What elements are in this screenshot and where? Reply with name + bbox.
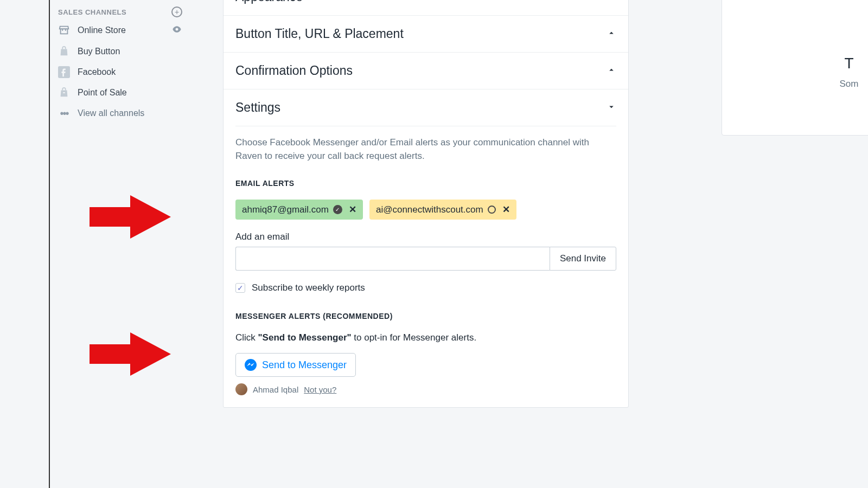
- email-pill-pending: ai@connectwithscout.com ✕: [369, 200, 516, 220]
- send-to-messenger-button[interactable]: Send to Messenger: [235, 353, 356, 377]
- email-pill-verified: ahmiq87@gmail.com ✓ ✕: [235, 200, 363, 220]
- check-icon: ✓: [237, 284, 244, 292]
- accordion-button-title[interactable]: Button Title, URL & Placement: [224, 16, 628, 53]
- accordion-settings: Settings Choose Facebook Messenger and/o…: [224, 89, 628, 407]
- sidebar-item-facebook[interactable]: Facebook: [58, 62, 190, 82]
- facebook-icon: [58, 66, 70, 78]
- accordion-title: Confirmation Options: [235, 63, 353, 78]
- messenger-icon: [245, 359, 257, 371]
- annotation-arrow-1: [90, 195, 171, 239]
- chevron-up-icon: [607, 0, 616, 3]
- chevron-down-icon: [607, 102, 616, 114]
- pill-email: ahmiq87@gmail.com: [242, 204, 329, 215]
- messenger-button-label: Send to Messenger: [262, 359, 347, 371]
- add-channel-icon[interactable]: +: [171, 7, 182, 17]
- accordion-title: Button Title, URL & Placement: [235, 27, 404, 41]
- add-email-row: Send Invite: [235, 247, 616, 271]
- view-all-label: View all channels: [78, 108, 144, 118]
- pos-icon: [58, 87, 70, 99]
- pending-circle-icon: [488, 206, 496, 214]
- sidebar-section-header: SALES CHANNELS +: [58, 4, 190, 20]
- svg-rect-1: [63, 92, 65, 93]
- accordion-appearance[interactable]: Appearance: [224, 0, 628, 16]
- sidebar-item-pos[interactable]: Point of Sale: [58, 82, 190, 103]
- settings-description: Choose Facebook Messenger and/or Email a…: [235, 136, 616, 163]
- side-card-title: T: [735, 55, 868, 72]
- sidebar-item-label: Facebook: [78, 67, 182, 77]
- messenger-description: Click "Send to Messenger" to opt-in for …: [235, 332, 616, 343]
- email-pills-row: ahmiq87@gmail.com ✓ ✕ ai@connectwithscou…: [235, 200, 616, 220]
- accordion-confirmation[interactable]: Confirmation Options: [224, 53, 628, 89]
- eye-icon[interactable]: [171, 24, 182, 37]
- main-settings-panel: Appearance Button Title, URL & Placement…: [223, 0, 629, 408]
- subscribe-label: Subscribe to weekly reports: [252, 282, 365, 293]
- sidebar-item-buy-button[interactable]: Buy Button: [58, 41, 190, 62]
- settings-body: Choose Facebook Messenger and/or Email a…: [224, 126, 628, 407]
- verified-check-icon: ✓: [333, 205, 342, 214]
- sales-channels-heading: SALES CHANNELS: [58, 8, 126, 16]
- separator: [235, 126, 616, 126]
- accordion-settings-header[interactable]: Settings: [224, 89, 628, 126]
- sidebar-item-label: Buy Button: [78, 47, 182, 56]
- accordion-title: Settings: [235, 100, 280, 115]
- store-icon: [58, 24, 70, 36]
- dots-icon: •••: [58, 107, 70, 119]
- messenger-alerts-heading: MESSENGER ALERTS (RECOMMENDED): [235, 312, 616, 320]
- subscribe-checkbox-row[interactable]: ✓ Subscribe to weekly reports: [235, 282, 616, 293]
- remove-pill-icon[interactable]: ✕: [502, 204, 510, 215]
- user-name: Ahmad Iqbal: [253, 385, 298, 394]
- sidebar-item-label: Point of Sale: [78, 88, 182, 98]
- checkbox[interactable]: ✓: [235, 283, 245, 293]
- remove-pill-icon[interactable]: ✕: [349, 204, 356, 215]
- sidebar: SALES CHANNELS + Online Store Buy Button…: [49, 0, 190, 488]
- annotation-arrow-2: [90, 332, 171, 376]
- side-card-sub: Som: [735, 79, 868, 89]
- chevron-up-icon: [607, 28, 616, 40]
- accordion-title: Appearance: [235, 0, 303, 4]
- messenger-desc-prefix: Click: [235, 332, 258, 343]
- svg-marker-2: [90, 195, 171, 239]
- add-email-label: Add an email: [235, 232, 616, 242]
- avatar: [235, 383, 247, 395]
- sidebar-item-online-store[interactable]: Online Store: [58, 20, 190, 41]
- not-you-link[interactable]: Not you?: [304, 385, 336, 394]
- messenger-user-row: Ahmad Iqbal Not you?: [235, 383, 616, 395]
- messenger-desc-bold: "Send to Messenger": [258, 332, 352, 343]
- messenger-desc-suffix: to opt-in for Messenger alerts.: [352, 332, 477, 343]
- sidebar-item-view-all[interactable]: ••• View all channels: [58, 103, 190, 124]
- email-alerts-heading: EMAIL ALERTS: [235, 179, 616, 188]
- send-invite-button[interactable]: Send Invite: [550, 247, 616, 271]
- pill-email: ai@connectwithscout.com: [376, 204, 483, 215]
- svg-marker-3: [90, 332, 171, 376]
- add-email-input[interactable]: [235, 247, 550, 271]
- side-card: T Som: [722, 0, 868, 136]
- sidebar-item-label: Online Store: [78, 25, 164, 35]
- bag-icon: [58, 46, 70, 57]
- chevron-up-icon: [607, 65, 616, 77]
